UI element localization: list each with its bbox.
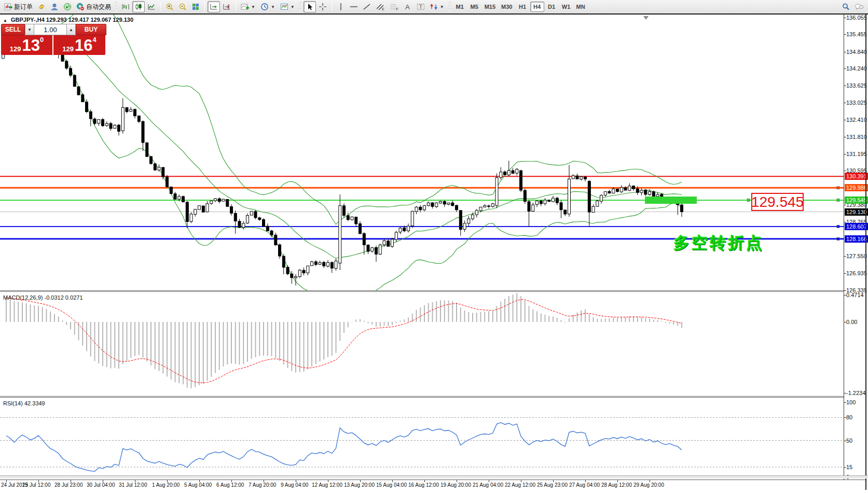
sell-button[interactable]: SELL bbox=[1, 24, 25, 35]
crosshair-button[interactable] bbox=[316, 1, 329, 12]
timeframe-H4-button[interactable]: H4 bbox=[530, 2, 544, 12]
chart-shift-icon bbox=[223, 3, 231, 11]
toolbar-grip bbox=[299, 2, 301, 11]
timeframe-M15-button[interactable]: M15 bbox=[482, 2, 498, 12]
volume-increase-button[interactable]: ▲ bbox=[66, 24, 76, 35]
time-axis[interactable]: 24 Jul 201925 Jul 12:0028 Jul 23:0030 Ju… bbox=[0, 480, 844, 490]
arrows-caret-icon[interactable]: ▼ bbox=[439, 5, 445, 9]
equidistant-channel-button[interactable]: E bbox=[374, 1, 387, 12]
macd-label-row: MACD(12,26,9) -0.0312 0.0271 bbox=[3, 294, 83, 301]
vertical-line-button[interactable] bbox=[335, 1, 347, 12]
autoscroll-button[interactable] bbox=[208, 1, 220, 12]
chat-icon bbox=[855, 3, 864, 11]
search-button[interactable] bbox=[839, 1, 852, 12]
timeframe-D1-button[interactable]: D1 bbox=[545, 2, 559, 12]
buy-price-point: 4 bbox=[92, 36, 96, 43]
price-level-badge: 129.986 bbox=[845, 184, 868, 191]
chart-shift-button[interactable] bbox=[221, 1, 233, 12]
line-handle[interactable] bbox=[837, 199, 839, 202]
price-level-badge: 128.607 bbox=[845, 223, 868, 230]
bar-chart-type-button[interactable] bbox=[119, 1, 132, 12]
chart-shift-marker-icon[interactable] bbox=[643, 16, 649, 20]
new-order-label: 新订单 bbox=[14, 3, 33, 11]
rsi-pane bbox=[0, 398, 844, 480]
signals-button[interactable] bbox=[61, 1, 74, 12]
price-axis[interactable]: 136.055135.455134.840134.240133.625133.0… bbox=[844, 15, 866, 480]
autotrading-label: 自动交易 bbox=[86, 3, 111, 11]
price-tick-label: 133.025 bbox=[846, 100, 867, 106]
macd-label: MACD(12,26,9) bbox=[3, 294, 43, 301]
line-handle[interactable] bbox=[747, 199, 750, 202]
volume-input[interactable] bbox=[34, 24, 66, 35]
new-order-icon bbox=[4, 3, 12, 11]
indicators-caret-icon[interactable]: ▼ bbox=[251, 5, 256, 9]
metaeditor-button[interactable] bbox=[35, 1, 48, 12]
mt4-window: 新订单 bbox=[0, 0, 868, 493]
collapse-triangle-icon[interactable]: ▲ bbox=[3, 18, 7, 23]
price-annotation-box[interactable]: 129.545 bbox=[751, 193, 804, 211]
sell-price-point: 0 bbox=[40, 36, 44, 43]
periods-caret-icon[interactable]: ▼ bbox=[270, 5, 275, 9]
trendline-button[interactable] bbox=[361, 1, 373, 12]
trendline-icon bbox=[363, 3, 371, 11]
tile-windows-button[interactable] bbox=[189, 1, 202, 12]
time-label: 25 Jul 12:00 bbox=[22, 482, 51, 488]
profile-button[interactable] bbox=[48, 1, 61, 12]
zoom-out-button[interactable] bbox=[176, 1, 189, 12]
timeframe-H1-button[interactable]: H1 bbox=[516, 2, 530, 12]
fibonacci-button[interactable]: F bbox=[388, 1, 401, 12]
macd-histogram bbox=[6, 293, 682, 388]
signal-icon bbox=[63, 3, 72, 11]
sell-price[interactable]: 129 13 0 bbox=[1, 35, 53, 55]
time-label: 28 Aug 12:00 bbox=[601, 482, 632, 488]
timeframe-M5-button[interactable]: M5 bbox=[467, 2, 481, 12]
time-label: 1 Aug 20:00 bbox=[152, 482, 180, 488]
indicators-button[interactable]: ▼ bbox=[239, 1, 258, 12]
timeframe-M30-button[interactable]: M30 bbox=[499, 2, 515, 12]
turning-point-annotation[interactable]: 多空转折点 bbox=[673, 232, 764, 254]
tile-windows-icon bbox=[191, 3, 200, 11]
autotrading-button[interactable]: 自动交易 bbox=[74, 1, 113, 12]
arrows-button[interactable]: ▼ bbox=[428, 1, 447, 12]
timeframe-M1-button[interactable]: M1 bbox=[453, 2, 467, 12]
profile-icon bbox=[50, 3, 59, 11]
timeframe-MN-button[interactable]: MN bbox=[574, 2, 588, 12]
time-label: 5 Aug 04:00 bbox=[184, 482, 212, 488]
templates-button[interactable]: ▼ bbox=[278, 1, 297, 12]
autotrading-icon bbox=[76, 3, 85, 11]
support-zone[interactable] bbox=[645, 196, 697, 204]
candle-chart-type-button[interactable] bbox=[132, 1, 145, 12]
time-label: 19 Aug 20:00 bbox=[440, 482, 471, 488]
volume-decrease-button[interactable]: ▼ bbox=[25, 24, 34, 35]
cursor-button[interactable] bbox=[304, 1, 316, 12]
cursor-icon bbox=[306, 3, 314, 11]
price-tick-label: 131.810 bbox=[846, 134, 867, 140]
text-label-button[interactable]: T bbox=[415, 1, 427, 12]
timeframe-W1-button[interactable]: W1 bbox=[559, 2, 573, 12]
bar-chart-icon bbox=[121, 3, 130, 11]
text-icon: A bbox=[404, 3, 411, 11]
price-tick-label: 132.410 bbox=[846, 117, 867, 123]
macd-values: -0.0312 0.0271 bbox=[44, 294, 82, 301]
time-label: 7 Aug 20:00 bbox=[249, 482, 276, 488]
horizontal-line-button[interactable] bbox=[348, 1, 360, 12]
templates-caret-icon[interactable]: ▼ bbox=[290, 5, 295, 9]
time-label: 21 Aug 04:00 bbox=[473, 482, 503, 488]
rsi-tick-label: 50 bbox=[846, 438, 852, 444]
price-level-badge: 130.391 bbox=[845, 173, 868, 180]
buy-price[interactable]: 129 16 4 bbox=[53, 35, 105, 55]
buy-price-integer: 129 bbox=[62, 45, 74, 53]
chat-button[interactable] bbox=[852, 1, 866, 12]
buy-button[interactable]: BUY bbox=[76, 24, 106, 35]
candles bbox=[5, 31, 683, 286]
zoom-in-button[interactable] bbox=[163, 1, 176, 12]
text-button[interactable]: A bbox=[402, 1, 414, 12]
periods-button[interactable]: ▼ bbox=[258, 1, 278, 12]
line-handle[interactable] bbox=[837, 187, 839, 189]
line-handle[interactable] bbox=[837, 225, 839, 228]
line-chart-type-button[interactable] bbox=[145, 1, 158, 12]
price-tick-label: 134.840 bbox=[846, 49, 867, 55]
new-order-button[interactable]: 新订单 bbox=[2, 1, 35, 12]
line-handle[interactable] bbox=[837, 237, 839, 240]
macd-tick-label: 0.4714 bbox=[846, 292, 864, 298]
